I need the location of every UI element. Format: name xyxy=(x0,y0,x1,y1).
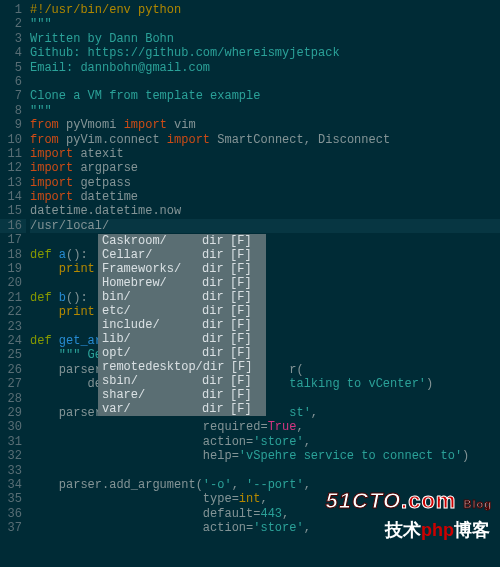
code-line[interactable]: """ xyxy=(30,17,500,31)
completion-item[interactable]: opt/dir[F] xyxy=(98,346,266,360)
line-number: 25 xyxy=(0,348,26,362)
line-number: 6 xyxy=(0,75,26,89)
code-line[interactable] xyxy=(30,75,500,89)
watermark-phpcn: 技术php博客 xyxy=(385,523,490,537)
line-number: 19 xyxy=(0,262,26,276)
completion-item[interactable]: Frameworks/dir[F] xyxy=(98,262,266,276)
line-number: 32 xyxy=(0,449,26,463)
completion-item[interactable]: sbin/dir[F] xyxy=(98,374,266,388)
completion-item[interactable]: var/dir[F] xyxy=(98,402,266,416)
line-number-gutter: 1234567891011121314151617181920212223242… xyxy=(0,0,26,535)
line-number: 37 xyxy=(0,521,26,535)
line-number: 16 xyxy=(0,219,26,233)
line-number: 13 xyxy=(0,176,26,190)
line-number: 26 xyxy=(0,363,26,377)
code-line[interactable]: Github: https://github.com/whereismyjetp… xyxy=(30,46,500,60)
code-line[interactable]: /usr/local/ xyxy=(30,219,500,233)
code-line[interactable]: import atexit xyxy=(30,147,500,161)
line-number: 8 xyxy=(0,104,26,118)
code-line[interactable]: action='store', xyxy=(30,435,500,449)
completion-item[interactable]: Cellar/dir[F] xyxy=(98,248,266,262)
completion-item[interactable]: etc/dir[F] xyxy=(98,304,266,318)
completion-item[interactable]: include/dir[F] xyxy=(98,318,266,332)
line-number: 28 xyxy=(0,392,26,406)
line-number: 17 xyxy=(0,233,26,247)
code-line[interactable]: from pyVim.connect import SmartConnect, … xyxy=(30,133,500,147)
code-line[interactable]: required=True, xyxy=(30,420,500,434)
line-number: 7 xyxy=(0,89,26,103)
code-line[interactable]: datetime.datetime.now xyxy=(30,204,500,218)
line-number: 1 xyxy=(0,3,26,17)
line-number: 27 xyxy=(0,377,26,391)
code-line[interactable] xyxy=(30,464,500,478)
code-line[interactable]: import datetime xyxy=(30,190,500,204)
code-line[interactable]: #!/usr/bin/env python xyxy=(30,3,500,17)
completion-item[interactable]: bin/dir[F] xyxy=(98,290,266,304)
line-number: 36 xyxy=(0,507,26,521)
completion-item[interactable]: lib/dir[F] xyxy=(98,332,266,346)
line-number: 3 xyxy=(0,32,26,46)
line-number: 22 xyxy=(0,305,26,319)
code-line[interactable]: Clone a VM from template example xyxy=(30,89,500,103)
line-number: 35 xyxy=(0,492,26,506)
line-number: 11 xyxy=(0,147,26,161)
line-number: 20 xyxy=(0,276,26,290)
completion-item[interactable]: remotedesktop/dir[F] xyxy=(98,360,266,374)
code-line[interactable]: import getpass xyxy=(30,176,500,190)
line-number: 10 xyxy=(0,133,26,147)
code-line[interactable]: Email: dannbohn@gmail.com xyxy=(30,61,500,75)
completion-item[interactable]: Homebrew/dir[F] xyxy=(98,276,266,290)
code-line[interactable]: from pyVmomi import vim xyxy=(30,118,500,132)
completion-popup[interactable]: Caskroom/dir[F]Cellar/dir[F]Frameworks/d… xyxy=(98,234,266,416)
line-number: 29 xyxy=(0,406,26,420)
line-number: 18 xyxy=(0,248,26,262)
line-number: 23 xyxy=(0,320,26,334)
line-number: 33 xyxy=(0,464,26,478)
line-number: 9 xyxy=(0,118,26,132)
line-number: 14 xyxy=(0,190,26,204)
line-number: 5 xyxy=(0,61,26,75)
code-line[interactable]: help='vSpehre service to connect to') xyxy=(30,449,500,463)
line-number: 2 xyxy=(0,17,26,31)
line-number: 34 xyxy=(0,478,26,492)
code-line[interactable]: import argparse xyxy=(30,161,500,175)
line-number: 24 xyxy=(0,334,26,348)
line-number: 15 xyxy=(0,204,26,218)
line-number: 31 xyxy=(0,435,26,449)
completion-item[interactable]: share/dir[F] xyxy=(98,388,266,402)
line-number: 21 xyxy=(0,291,26,305)
code-line[interactable]: """ xyxy=(30,104,500,118)
completion-item[interactable]: Caskroom/dir[F] xyxy=(98,234,266,248)
line-number: 30 xyxy=(0,420,26,434)
code-line[interactable]: Written by Dann Bohn xyxy=(30,32,500,46)
line-number: 12 xyxy=(0,161,26,175)
line-number: 4 xyxy=(0,46,26,60)
code-editor[interactable]: >>>>> 1234567891011121314151617181920212… xyxy=(0,0,500,567)
watermark-51cto: 51CTO.com Blog xyxy=(326,494,492,511)
